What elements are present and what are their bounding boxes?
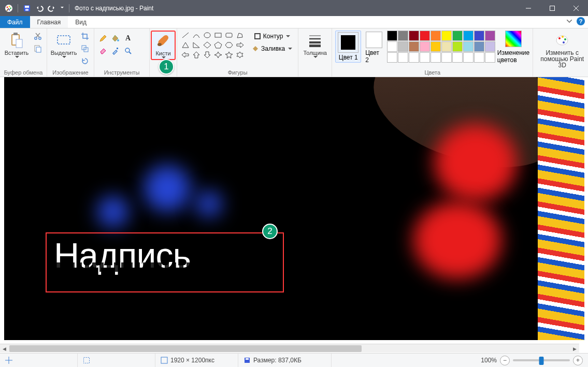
zoom-out-button[interactable]: − <box>500 356 510 365</box>
canvas-area: Надпись 2 ◀ ▶ <box>0 77 588 353</box>
tab-file[interactable]: Файл <box>0 16 30 28</box>
size-button[interactable]: Толщина <box>302 31 328 59</box>
fill-label: Заливка <box>261 45 285 52</box>
shape-rtri[interactable] <box>191 40 202 50</box>
pencil-tool[interactable] <box>97 33 109 44</box>
resize-button[interactable] <box>79 43 91 54</box>
zoom-slider[interactable] <box>513 359 570 361</box>
palette-swatch[interactable] <box>485 31 495 41</box>
shape-star6[interactable] <box>235 50 245 60</box>
shape-curve[interactable] <box>191 31 202 40</box>
edit-colors-button[interactable]: Изменение цветов <box>497 31 529 64</box>
group-label: Изображение <box>52 69 88 77</box>
ribbon: Вставить Буфер обмена Выделить Изображ <box>0 28 588 77</box>
copy-button[interactable] <box>32 43 44 54</box>
crop-button[interactable] <box>79 31 91 42</box>
shape-arrow-d[interactable] <box>202 50 212 60</box>
undo-icon[interactable] <box>34 3 45 14</box>
shape-rect[interactable] <box>213 31 223 40</box>
palette-swatch[interactable] <box>452 31 463 41</box>
shape-oval[interactable] <box>202 31 212 40</box>
select-button[interactable]: Выделить <box>50 31 77 59</box>
palette-swatch[interactable] <box>420 41 430 52</box>
shape-pentagon[interactable] <box>213 40 223 50</box>
palette-swatch[interactable] <box>463 41 474 52</box>
picker-tool[interactable] <box>110 45 121 56</box>
tab-home[interactable]: Главная <box>30 16 68 28</box>
shape-polygon[interactable] <box>235 31 245 40</box>
palette-swatch[interactable] <box>463 31 474 41</box>
palette-swatch[interactable] <box>420 31 430 41</box>
color1-button[interactable]: Цвет 1 <box>335 31 361 63</box>
scroll-left-icon[interactable]: ◀ <box>0 344 9 353</box>
close-button[interactable] <box>564 0 588 16</box>
palette-swatch[interactable] <box>474 41 484 52</box>
palette-empty[interactable] <box>485 52 495 63</box>
palette-swatch[interactable] <box>409 31 419 41</box>
palette-empty[interactable] <box>431 52 441 63</box>
palette-empty[interactable] <box>474 52 484 63</box>
paste-button[interactable]: Вставить <box>3 31 30 59</box>
save-icon[interactable] <box>21 3 33 14</box>
canvas[interactable]: Надпись 2 <box>4 77 584 340</box>
cut-button[interactable] <box>32 31 44 42</box>
maximize-button[interactable] <box>540 0 564 16</box>
palette-swatch[interactable] <box>398 31 408 41</box>
minimize-button[interactable] <box>517 0 540 16</box>
palette-empty[interactable] <box>387 52 397 63</box>
palette-swatch[interactable] <box>398 41 408 52</box>
palette-empty[interactable] <box>463 52 474 63</box>
palette-swatch[interactable] <box>441 31 452 41</box>
zoom-in-button[interactable]: + <box>573 356 583 365</box>
palette-empty[interactable] <box>452 52 463 63</box>
scroll-right-icon[interactable]: ▶ <box>570 344 579 353</box>
shape-star4[interactable] <box>213 50 223 60</box>
tab-view[interactable]: Вид <box>68 16 94 28</box>
palette-swatch[interactable] <box>452 41 463 52</box>
palette-empty[interactable] <box>398 52 408 63</box>
scrollbar-thumb[interactable] <box>9 345 362 352</box>
shape-outline-button[interactable]: Контур <box>249 31 295 42</box>
palette-empty[interactable] <box>420 52 430 63</box>
minimize-ribbon-icon[interactable] <box>565 17 573 25</box>
palette-swatch[interactable] <box>431 41 441 52</box>
shape-arrow-r[interactable] <box>235 40 245 50</box>
fill-tool[interactable] <box>110 33 121 44</box>
redo-icon[interactable] <box>46 3 58 14</box>
shape-arrow-l[interactable] <box>180 50 191 60</box>
shape-roundrect[interactable] <box>224 31 234 40</box>
palette-swatch[interactable] <box>441 41 452 52</box>
text-tool[interactable]: A <box>122 33 134 44</box>
svg-rect-34 <box>255 34 260 39</box>
shape-arrow-u[interactable] <box>191 50 202 60</box>
palette-swatch[interactable] <box>387 41 397 52</box>
palette-swatch[interactable] <box>431 31 441 41</box>
palette-swatch[interactable] <box>409 41 419 52</box>
svg-rect-14 <box>13 33 18 35</box>
palette-swatch[interactable] <box>387 31 397 41</box>
help-icon[interactable]: ? <box>577 17 585 25</box>
shape-hexagon[interactable] <box>224 40 234 50</box>
palette-empty[interactable] <box>409 52 419 63</box>
color2-swatch <box>367 33 381 47</box>
shape-diamond[interactable] <box>202 40 212 50</box>
color2-button[interactable]: Цвет 2 <box>363 31 385 65</box>
svg-point-43 <box>563 41 565 43</box>
zoom-slider-thumb[interactable] <box>539 357 544 365</box>
shapes-gallery[interactable] <box>180 31 245 60</box>
shape-tri[interactable] <box>180 40 191 50</box>
shape-line[interactable] <box>180 31 191 40</box>
group-label: Фигуры <box>228 69 248 77</box>
brushes-button[interactable]: Кисти <box>151 31 176 60</box>
shape-star5[interactable] <box>224 50 234 60</box>
shape-fill-button[interactable]: Заливка <box>249 43 295 54</box>
palette-swatch[interactable] <box>474 31 484 41</box>
horizontal-scrollbar[interactable]: ◀ ▶ <box>0 344 579 353</box>
eraser-tool[interactable] <box>97 45 109 56</box>
palette-empty[interactable] <box>441 52 452 63</box>
group-label: Цвета <box>424 69 440 77</box>
paint3d-button[interactable]: Изменить спомощью Paint 3D <box>536 31 588 69</box>
magnifier-tool[interactable] <box>122 45 134 56</box>
palette-swatch[interactable] <box>485 41 495 52</box>
rotate-button[interactable] <box>79 55 91 67</box>
